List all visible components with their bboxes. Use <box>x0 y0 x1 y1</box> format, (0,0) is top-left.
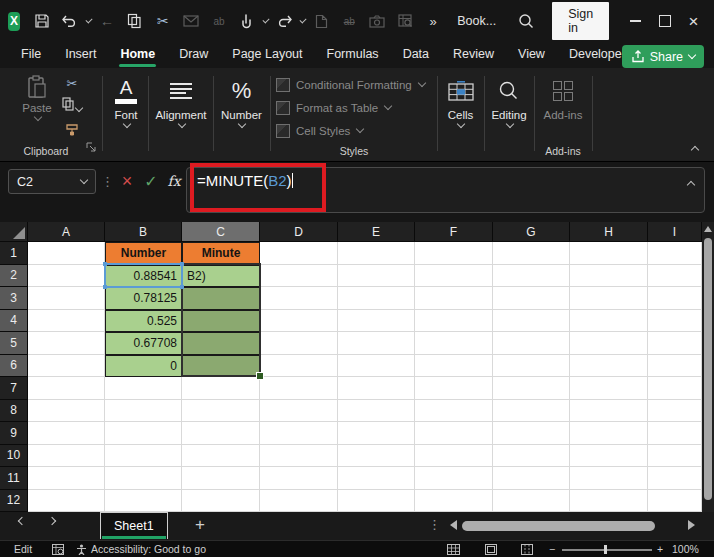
cell-I1[interactable] <box>648 242 702 265</box>
cell-G11[interactable] <box>493 467 570 490</box>
cell-H6[interactable] <box>570 355 648 378</box>
qat-overflow-icon[interactable]: » <box>421 9 445 33</box>
font-group-button[interactable]: A Font <box>104 68 148 161</box>
tab-data[interactable]: Data <box>394 43 438 67</box>
macro-record-icon[interactable] <box>52 544 64 557</box>
add-sheet-button[interactable]: + <box>190 515 210 535</box>
zoom-slider[interactable] <box>562 549 652 551</box>
undo-dropdown-icon[interactable] <box>85 16 92 23</box>
cell-B2[interactable]: 0.88541 <box>105 265 182 288</box>
cell-H2[interactable] <box>570 265 648 288</box>
undo-icon[interactable] <box>58 9 82 33</box>
column-header-B[interactable]: B <box>105 222 182 242</box>
cell-I6[interactable] <box>648 355 702 378</box>
cell-C3[interactable] <box>182 287 260 310</box>
cell-I12[interactable] <box>648 490 702 513</box>
cell-H5[interactable] <box>570 332 648 355</box>
row-header-9[interactable]: 9 <box>0 422 28 445</box>
cell-C5[interactable] <box>182 332 260 355</box>
cells-group-button[interactable]: Cells <box>438 68 483 161</box>
cell-D3[interactable] <box>260 287 338 310</box>
row-header-1[interactable]: 1 <box>0 242 28 265</box>
cell-G8[interactable] <box>493 400 570 423</box>
cell-F5[interactable] <box>415 332 493 355</box>
column-header-A[interactable]: A <box>28 222 105 242</box>
save-icon[interactable] <box>30 9 54 33</box>
cell-A9[interactable] <box>28 422 105 445</box>
cell-G1[interactable] <box>493 242 570 265</box>
sheetbar-separator-dots[interactable]: ⋮ <box>428 517 441 532</box>
tab-formulas[interactable]: Formulas <box>318 43 388 67</box>
column-header-H[interactable]: H <box>570 222 648 242</box>
row-header-10[interactable]: 10 <box>0 445 28 468</box>
cell-C2[interactable]: B2) <box>182 265 260 288</box>
close-button[interactable]: × <box>681 6 706 36</box>
cell-B12[interactable] <box>105 490 182 513</box>
cell-G5[interactable] <box>493 332 570 355</box>
cell-A10[interactable] <box>28 445 105 468</box>
column-header-F[interactable]: F <box>415 222 493 242</box>
select-all-corner[interactable] <box>0 222 28 242</box>
cell-G10[interactable] <box>493 445 570 468</box>
cell-B11[interactable] <box>105 467 182 490</box>
copy-button[interactable] <box>62 97 82 115</box>
collapse-ribbon-icon[interactable] <box>691 146 699 154</box>
cell-D10[interactable] <box>260 445 338 468</box>
cell-C4[interactable] <box>182 310 260 333</box>
tab-page-layout[interactable]: Page Layout <box>223 43 311 67</box>
cell-G6[interactable] <box>493 355 570 378</box>
cell-B3[interactable]: 0.78125 <box>105 287 182 310</box>
cell-G2[interactable] <box>493 265 570 288</box>
cut-icon[interactable]: ✂ <box>151 9 175 33</box>
name-box-dropdown-icon[interactable] <box>80 176 88 184</box>
row-header-3[interactable]: 3 <box>0 287 28 310</box>
cell-C1[interactable]: Minute <box>182 242 260 265</box>
cell-E11[interactable] <box>338 467 415 490</box>
insert-function-button[interactable]: fx <box>163 170 185 192</box>
cell-A5[interactable] <box>28 332 105 355</box>
maximize-button[interactable] <box>652 6 677 36</box>
cell-H9[interactable] <box>570 422 648 445</box>
cell-F4[interactable] <box>415 310 493 333</box>
column-header-E[interactable]: E <box>338 222 415 242</box>
cell-A7[interactable] <box>28 377 105 400</box>
column-header-D[interactable]: D <box>260 222 338 242</box>
row-header-6[interactable]: 6 <box>0 355 28 378</box>
formula-bar-separator-dots[interactable]: ⋮ <box>101 174 114 189</box>
cell-H7[interactable] <box>570 377 648 400</box>
zoom-level[interactable]: 100% <box>672 543 699 555</box>
cancel-button[interactable]: × <box>116 170 138 192</box>
number-group-button[interactable]: % Number <box>214 68 269 161</box>
cell-B10[interactable] <box>105 445 182 468</box>
search-icon[interactable] <box>514 9 538 33</box>
cell-E2[interactable] <box>338 265 415 288</box>
cell-C10[interactable] <box>182 445 260 468</box>
touch-mode-dropdown-icon[interactable] <box>262 16 269 23</box>
cell-A11[interactable] <box>28 467 105 490</box>
cell-E1[interactable] <box>338 242 415 265</box>
cell-F11[interactable] <box>415 467 493 490</box>
cell-C8[interactable] <box>182 400 260 423</box>
prev-sheet-icon[interactable] <box>18 517 26 525</box>
cell-F3[interactable] <box>415 287 493 310</box>
page-break-view-icon[interactable] <box>521 544 533 557</box>
cell-D4[interactable] <box>260 310 338 333</box>
cut-button[interactable]: ✂ <box>67 77 78 90</box>
cell-I5[interactable] <box>648 332 702 355</box>
cell-I8[interactable] <box>648 400 702 423</box>
cell-F9[interactable] <box>415 422 493 445</box>
cell-C11[interactable] <box>182 467 260 490</box>
excel-logo-icon[interactable]: X <box>8 12 20 31</box>
row-header-5[interactable]: 5 <box>0 332 28 355</box>
cell-F8[interactable] <box>415 400 493 423</box>
cell-I2[interactable] <box>648 265 702 288</box>
cell-D8[interactable] <box>260 400 338 423</box>
row-header-8[interactable]: 8 <box>0 400 28 423</box>
cell-E6[interactable] <box>338 355 415 378</box>
cell-H1[interactable] <box>570 242 648 265</box>
row-header-2[interactable]: 2 <box>0 265 28 288</box>
row-header-7[interactable]: 7 <box>0 377 28 400</box>
cell-C9[interactable] <box>182 422 260 445</box>
cell-C6[interactable] <box>182 355 260 378</box>
cell-B6[interactable]: 0 <box>105 355 182 378</box>
